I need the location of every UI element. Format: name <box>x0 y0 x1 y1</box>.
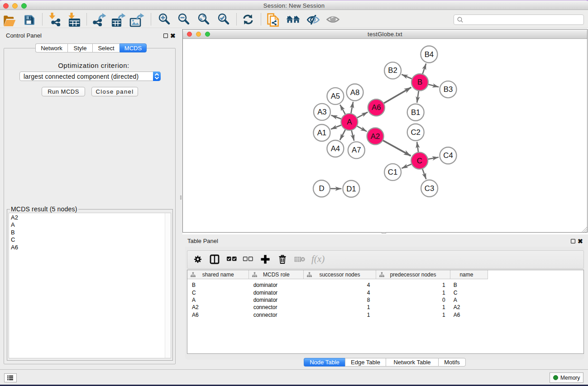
svg-text:B2: B2 <box>388 66 397 75</box>
svg-text:A8: A8 <box>350 88 360 97</box>
svg-text:D: D <box>319 184 324 193</box>
svg-text:C1: C1 <box>388 168 397 176</box>
svg-text:B: B <box>417 78 422 86</box>
svg-text:C3: C3 <box>425 184 434 193</box>
svg-text:A2: A2 <box>371 132 380 141</box>
svg-text:A5: A5 <box>331 92 340 100</box>
svg-text:B4: B4 <box>425 50 434 59</box>
svg-text:B1: B1 <box>411 108 421 117</box>
svg-text:A: A <box>347 118 352 126</box>
svg-text:D1: D1 <box>346 185 356 193</box>
svg-text:C4: C4 <box>443 151 453 160</box>
svg-text:A4: A4 <box>331 144 340 153</box>
svg-text:A6: A6 <box>372 103 381 112</box>
svg-text:A1: A1 <box>317 129 327 137</box>
svg-text:A7: A7 <box>352 146 361 154</box>
svg-text:B3: B3 <box>444 85 453 94</box>
svg-text:C2: C2 <box>411 128 420 137</box>
svg-text:A3: A3 <box>317 108 327 116</box>
svg-text:C: C <box>417 157 422 165</box>
